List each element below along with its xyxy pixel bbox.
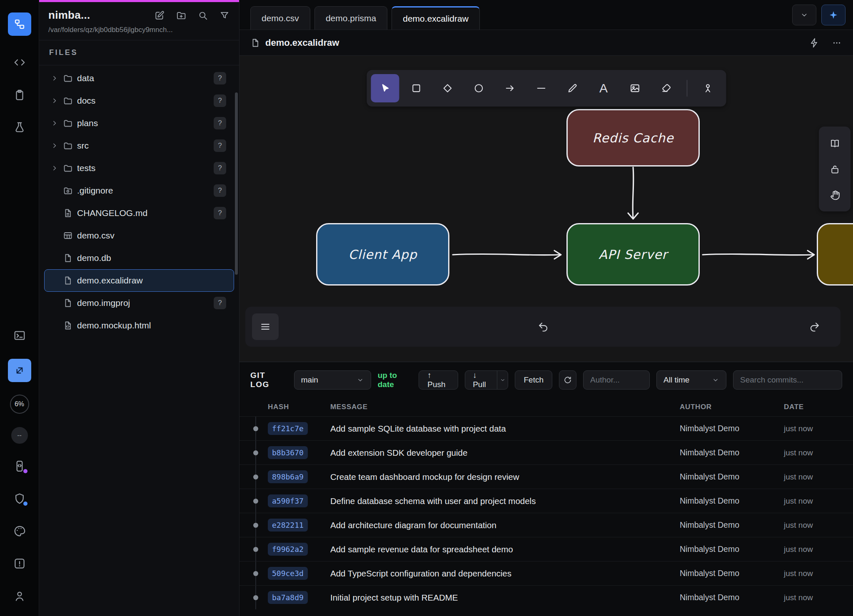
commit-search-input[interactable] (733, 370, 842, 390)
commit-hash[interactable]: ff21c7e (268, 422, 308, 435)
chevron-right-icon[interactable] (50, 74, 59, 82)
sidebar-scrollbar[interactable] (235, 92, 238, 275)
commit-row[interactable]: 509ce3d Add TypeScript configuration and… (239, 561, 853, 585)
redo-button[interactable] (809, 321, 821, 333)
rail-item-code[interactable] (10, 53, 29, 72)
commit-dot (253, 426, 258, 431)
tab-overflow-button[interactable] (792, 5, 816, 25)
commit-hash[interactable]: e282211 (268, 519, 308, 532)
tool-image[interactable] (621, 74, 649, 102)
commit-hash[interactable]: 898b6a9 (268, 470, 308, 483)
filter-icon[interactable] (219, 10, 230, 21)
tool-selection[interactable] (371, 74, 399, 102)
tool-draw[interactable] (558, 74, 586, 102)
tool-text[interactable]: A (589, 74, 618, 102)
rail-item-feedback[interactable] (10, 554, 29, 573)
tree-item-src[interactable]: src ? (44, 134, 234, 157)
rail-item-theme[interactable] (10, 522, 29, 540)
undo-button[interactable] (537, 321, 549, 333)
file-icon (63, 253, 73, 263)
tool-arrow[interactable] (496, 74, 524, 102)
commit-hash[interactable]: a590f37 (268, 494, 308, 507)
new-folder-icon[interactable] (176, 10, 187, 21)
node-clipped-right[interactable] (817, 223, 853, 286)
tree-item-changelog[interactable]: CHANGELOG.md ? (44, 202, 234, 224)
tree-item-data[interactable]: data ? (44, 67, 234, 89)
more-options-icon[interactable] (831, 37, 842, 48)
tool-line[interactable] (527, 74, 555, 102)
library-button[interactable] (824, 132, 846, 154)
rail-item-terminal[interactable] (10, 326, 29, 345)
pull-button[interactable]: ↓ Pull (465, 371, 497, 389)
rail-item-account[interactable] (10, 587, 29, 605)
tool-rectangle[interactable] (402, 74, 430, 102)
node-client-app[interactable]: Client App (316, 223, 449, 286)
commit-row[interactable]: e282211 Add architecture diagram for doc… (239, 513, 853, 537)
folder-icon (63, 96, 73, 106)
tab-demo-csv[interactable]: demo.csv (250, 6, 310, 30)
tree-item-tests[interactable]: tests ? (44, 157, 234, 179)
chevron-right-icon[interactable] (50, 97, 59, 105)
lightning-icon[interactable] (809, 37, 820, 48)
canvas-menu-button[interactable] (252, 313, 279, 340)
app-logo-button[interactable] (8, 12, 31, 36)
tree-item-demo-mockup[interactable]: demo.mockup.html (44, 314, 234, 337)
sync-status: up to date (378, 371, 412, 389)
commit-row[interactable]: ff21c7e Add sample SQLite database with … (239, 416, 853, 440)
commit-hash[interactable]: ba7a8d9 (268, 591, 308, 604)
project-title[interactable]: nimba... (48, 9, 143, 22)
tab-demo-prisma[interactable]: demo.prisma (314, 6, 387, 30)
chevron-right-icon[interactable] (50, 119, 59, 127)
tree-item-gitignore[interactable]: .gitignore ? (44, 179, 234, 202)
overflow-badge[interactable]: -- (11, 427, 28, 444)
lock-button[interactable] (824, 158, 846, 180)
rail-item-experiments[interactable] (10, 118, 29, 137)
tree-item-demo-db[interactable]: demo.db (44, 247, 234, 269)
author-filter-input[interactable] (583, 370, 650, 390)
rail-item-devices[interactable] (10, 457, 29, 475)
tool-eraser[interactable] (652, 74, 680, 102)
tree-item-demo-imgproj[interactable]: demo.imgproj ? (44, 292, 234, 314)
commit-row[interactable]: b8b3670 Add extension SDK developer guid… (239, 440, 853, 464)
chevron-right-icon[interactable] (50, 142, 59, 150)
tree-item-demo-csv[interactable]: demo.csv (44, 224, 234, 247)
square-icon (410, 82, 422, 94)
pan-button[interactable] (824, 184, 846, 206)
ai-assistant-button[interactable] (821, 5, 846, 25)
git-panel-title: GIT LOG (250, 371, 284, 389)
more-shapes-icon (702, 82, 713, 94)
commit-hash[interactable]: f9962a2 (268, 543, 308, 556)
file-label: src (77, 141, 89, 151)
tree-item-docs[interactable]: docs ? (44, 89, 234, 112)
push-button[interactable]: ↑ Push (419, 370, 458, 390)
rail-item-tasks[interactable] (10, 86, 29, 104)
tree-item-plans[interactable]: plans ? (44, 112, 234, 134)
chevron-right-icon[interactable] (50, 164, 59, 172)
rail-item-git[interactable] (8, 359, 31, 382)
tool-diamond[interactable] (433, 74, 461, 102)
usage-percent-badge[interactable]: 6% (10, 395, 29, 414)
excalidraw-canvas[interactable]: Redis Cache Client App API Server (239, 56, 853, 362)
branch-select[interactable]: main (294, 370, 371, 390)
time-filter-select[interactable]: All time (656, 370, 726, 390)
node-api-server[interactable]: API Server (566, 223, 700, 286)
node-redis-cache[interactable]: Redis Cache (566, 109, 700, 166)
fetch-button[interactable]: Fetch (515, 370, 552, 390)
commit-hash[interactable]: 509ce3d (268, 567, 308, 580)
commit-message: Add sample SQLite database with project … (330, 424, 680, 434)
commit-row[interactable]: a590f37 Define database schema with user… (239, 489, 853, 513)
file-icon (63, 298, 73, 308)
rail-item-security[interactable] (10, 489, 29, 508)
tree-item-demo-excalidraw[interactable]: demo.excalidraw (44, 269, 234, 292)
tab-demo-excalidraw[interactable]: demo.excalidraw (392, 6, 480, 30)
new-file-icon[interactable] (154, 10, 165, 21)
search-icon[interactable] (197, 10, 208, 21)
commit-row[interactable]: ba7a8d9 Initial project setup with READM… (239, 585, 853, 609)
pull-options-button[interactable] (497, 371, 508, 389)
commit-row[interactable]: f9962a2 Add sample revenue data for spre… (239, 537, 853, 561)
commit-hash[interactable]: b8b3670 (268, 446, 308, 459)
tool-ellipse[interactable] (464, 74, 493, 102)
tool-more-shapes[interactable] (693, 74, 722, 102)
refresh-button[interactable] (559, 370, 576, 390)
commit-row[interactable]: 898b6a9 Create team dashboard mockup for… (239, 464, 853, 489)
